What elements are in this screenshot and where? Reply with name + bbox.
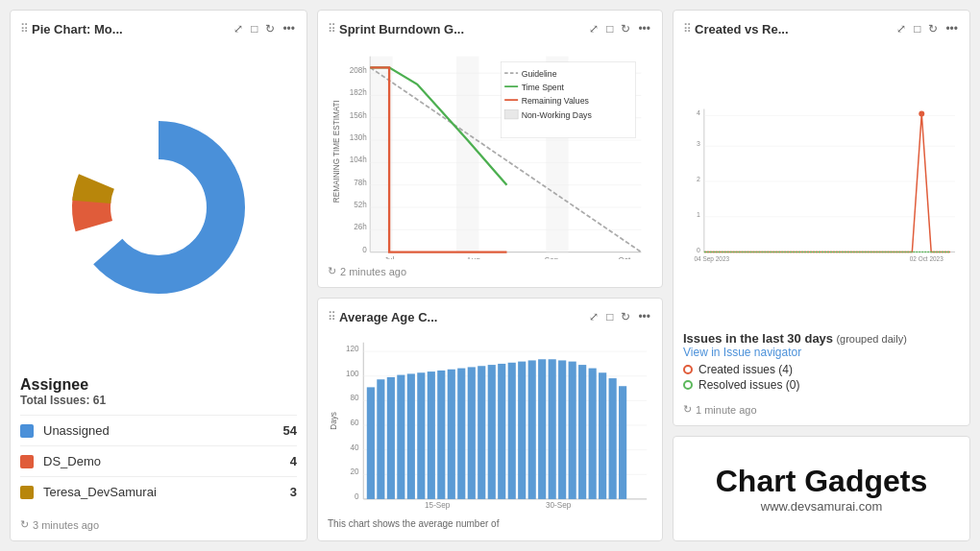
legend-dot-teresa [20,486,34,499]
svg-text:15-Sep: 15-Sep [425,502,451,511]
svg-rect-67 [528,361,536,500]
avgage-more-btn[interactable]: ••• [636,308,652,325]
legend-count-teresa: 3 [290,485,297,499]
svg-text:182h: 182h [350,88,367,97]
legend-dot-dsdemo [20,455,34,468]
pie-expand-btn[interactable]: ⤢ [232,20,245,37]
donut-hole [115,164,202,251]
avgage-fullscreen-btn[interactable]: □ [604,308,615,325]
burndown-card: ⠿ Sprint Burndown G... ⤢ □ ↻ ••• REMAINI… [317,10,663,288]
burndown-footer: ↻ 2 minutes ago [328,265,652,277]
svg-text:60: 60 [351,419,360,427]
middle-column: ⠿ Sprint Burndown G... ⤢ □ ↻ ••• REMAINI… [317,10,663,541]
cvr-navigator-link[interactable]: View in Issue navigator [683,346,960,359]
svg-text:104h: 104h [350,156,367,164]
cvr-resolved-label: Resolved issues (0) [698,378,799,392]
svg-text:Aug: Aug [466,256,480,259]
svg-rect-53 [387,377,395,499]
created-line [704,114,950,252]
svg-text:Sep: Sep [545,256,559,259]
burndown-fullscreen-btn[interactable]: □ [604,20,615,37]
pie-footer-time: 3 minutes ago [33,519,99,531]
legend-label-teresa: Teresa_DevSamurai [43,485,290,499]
burndown-chart-area: REMAINING TIME ESTIMATI 0 26h 52h 78h 10… [328,43,652,259]
created-vs-card: ⠿ Created vs Re... ⤢ □ ↻ ••• 0 1 2 3 4 [673,10,970,426]
svg-rect-60 [457,369,465,499]
burndown-title: Sprint Burndown G... [339,22,583,36]
burndown-refresh-btn[interactable]: ↻ [619,20,632,37]
legend-label-unassigned: Unassigned [43,423,283,438]
pie-refresh-btn[interactable]: ↻ [263,20,277,37]
pie-card-footer: ↻ 3 minutes ago [20,518,297,531]
legend-item-unassigned: Unassigned 54 [20,415,297,445]
svg-rect-57 [428,372,435,500]
cvr-chart-svg: 0 1 2 3 4 04 Sep 2023 [683,43,960,327]
svg-rect-71 [569,362,576,499]
total-issues-label: Total Issues: [20,394,89,407]
cvr-header: ⠿ Created vs Re... ⤢ □ ↻ ••• [683,20,960,37]
svg-text:Oct: Oct [619,256,631,259]
svg-rect-56 [417,373,425,500]
svg-text:80: 80 [351,395,360,403]
avgage-refresh-btn[interactable]: ↻ [619,308,632,325]
cvr-expand-btn[interactable]: ⤢ [894,20,908,37]
spike-dot [919,111,924,117]
pie-refresh-icon-small: ↻ [20,518,29,531]
svg-rect-62 [478,367,485,500]
avgage-header: ⠿ Average Age C... ⤢ □ ↻ ••• [328,308,652,325]
pie-more-btn[interactable]: ••• [281,20,297,37]
total-issues: Total Issues: 61 [20,394,297,407]
cvr-footer: ↻ 1 minute ago [683,403,960,416]
burndown-expand-btn[interactable]: ⤢ [587,20,600,37]
svg-text:3: 3 [697,140,700,147]
right-column: ⠿ Created vs Re... ⤢ □ ↻ ••• 0 1 2 3 4 [673,10,970,541]
svg-text:78h: 78h [354,179,367,187]
cvr-title: Created vs Re... [695,22,891,36]
svg-rect-72 [578,366,586,500]
avgage-title: Average Age C... [339,310,583,324]
cvr-more-btn[interactable]: ••• [943,20,960,37]
legend-dot-unassigned [20,424,34,438]
svg-text:156h: 156h [350,111,367,120]
cvr-resolved-legend: Resolved issues (0) [683,378,960,392]
svg-rect-33 [504,110,518,119]
svg-rect-75 [609,379,617,500]
assignee-section: Assignee Total Issues: 61 Unassigned 54 … [20,371,297,513]
avgage-chart-svg: 0 20 40 60 80 100 120 Days [328,331,652,516]
avgage-footer-text: This chart shows the average number of [328,516,652,531]
svg-text:Guideline: Guideline [522,69,557,79]
brand-url: www.devsamurai.com [761,499,882,514]
cvr-drag-icon: ⠿ [683,22,691,36]
svg-text:1: 1 [697,211,700,218]
svg-text:0: 0 [697,247,700,253]
svg-text:100: 100 [346,370,359,378]
branding-card: Chart Gadgets www.devsamurai.com [673,436,970,541]
cvr-refresh-btn[interactable]: ↻ [926,20,940,37]
pie-card-title: Pie Chart: Mo... [32,22,228,36]
svg-rect-20 [456,57,478,252]
cvr-footer-time: 1 minute ago [696,404,757,416]
brand-title: Chart Gadgets [716,464,927,499]
burndown-more-btn[interactable]: ••• [636,20,652,37]
pie-fullscreen-btn[interactable]: □ [249,20,259,37]
svg-text:20: 20 [351,468,360,477]
svg-rect-73 [589,369,597,499]
svg-text:30-Sep: 30-Sep [546,502,572,511]
svg-rect-65 [508,363,516,499]
svg-text:04 Sep 2023: 04 Sep 2023 [695,255,730,263]
svg-text:0: 0 [355,492,359,501]
total-issues-value: 61 [93,394,106,407]
svg-rect-55 [407,374,415,500]
cvr-fullscreen-btn[interactable]: □ [912,20,922,37]
svg-text:4: 4 [697,110,700,117]
svg-rect-76 [619,387,626,500]
svg-text:Jul: Jul [384,256,395,259]
legend-count-dsdemo: 4 [290,454,297,468]
svg-rect-70 [558,361,566,500]
svg-rect-66 [518,362,526,499]
svg-rect-61 [468,368,476,500]
svg-text:Time Spent: Time Spent [522,83,565,92]
avgage-expand-btn[interactable]: ⤢ [587,308,600,325]
svg-text:Remaining Values: Remaining Values [522,96,590,106]
pie-chart-card: ⠿ Pie Chart: Mo... ⤢ □ ↻ ••• [10,10,307,541]
